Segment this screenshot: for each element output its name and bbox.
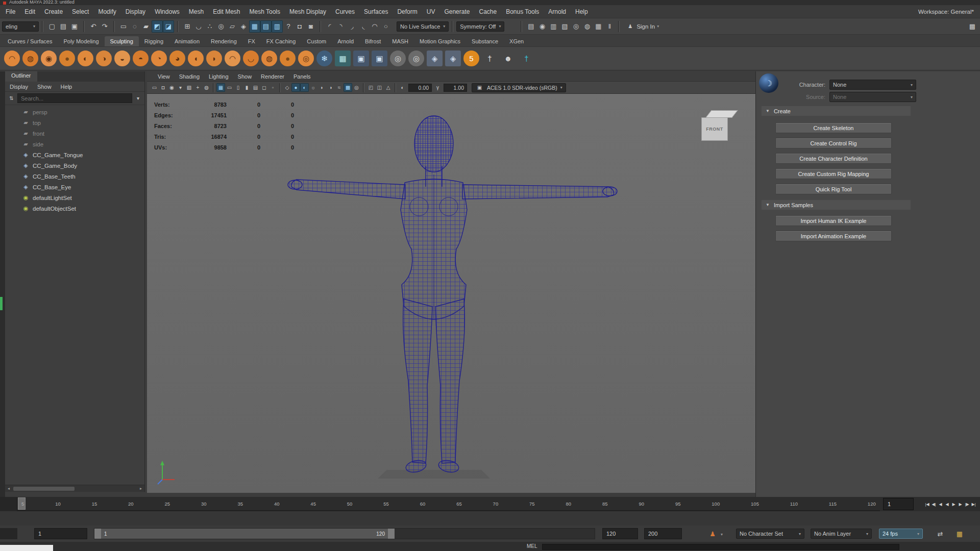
playback-end-field[interactable]: 120 <box>602 528 638 539</box>
outliner-item[interactable]: ◉ defaultLightSet <box>5 192 144 203</box>
gamma-field[interactable]: 1.00 <box>444 84 467 92</box>
character-selector[interactable]: None ▾ <box>829 80 916 90</box>
frame-all-icon[interactable]: ▣ <box>372 51 387 66</box>
humanik-button[interactable]: Create Character Definition <box>775 153 892 164</box>
menu-item[interactable]: Create <box>40 5 67 18</box>
image-plane-icon[interactable]: ▧ <box>185 83 193 92</box>
shelf-tab[interactable]: Motion Graphics <box>414 36 466 46</box>
shelf-tab[interactable]: Custom <box>301 36 332 46</box>
menu-item[interactable]: Windows <box>150 5 184 18</box>
ambient-occlusion-icon[interactable]: ◑ <box>326 83 335 92</box>
foamy-brush-icon[interactable]: ◓ <box>133 51 149 66</box>
range-start-handle[interactable] <box>94 529 101 539</box>
lock-camera-icon[interactable]: ◘ <box>159 83 167 92</box>
shelf-tab[interactable]: Rendering <box>205 36 242 46</box>
import-samples-section-header[interactable]: ▼ Import Samples <box>762 200 911 210</box>
step-back-frame-button[interactable]: ◀ <box>937 499 944 509</box>
render-view-icon[interactable]: ▥ <box>548 20 559 33</box>
viewport-menu-item[interactable]: Panels <box>289 71 315 81</box>
menu-item[interactable]: Generate <box>439 5 474 18</box>
shelf-tab[interactable]: Poly Modeling <box>58 36 104 46</box>
menu-item[interactable]: Arnold <box>544 5 571 18</box>
animation-end-field[interactable]: 200 <box>644 528 682 539</box>
menu-item[interactable]: Help <box>571 5 593 18</box>
gamma-icon[interactable]: γ <box>433 83 442 92</box>
use-all-lights-icon[interactable]: ☼ <box>309 83 317 92</box>
step-forward-frame-button[interactable]: ▶ <box>957 499 964 509</box>
scroll-left-icon[interactable]: ◂ <box>5 486 12 491</box>
humanik-button[interactable]: Create Skeleton <box>775 122 892 133</box>
panel-menu-item[interactable]: Help <box>56 82 77 91</box>
smear-brush-icon[interactable]: ● <box>280 51 296 66</box>
humanik-button[interactable]: Import Animation Example <box>775 231 892 241</box>
camera-attributes-icon[interactable]: ◉ <box>167 83 176 92</box>
knife-brush-icon[interactable]: ◍ <box>261 51 277 66</box>
live-surface-selector[interactable]: No Live Surface ▾ <box>397 21 449 32</box>
menu-item[interactable]: Edit <box>20 5 40 18</box>
outliner-item[interactable]: ◈ CC_Game_Tongue <box>5 149 144 160</box>
textured-icon[interactable]: ◐ <box>300 83 309 92</box>
menu-item[interactable]: Deform <box>393 5 422 18</box>
play-forwards-button[interactable]: ▶ <box>950 499 957 509</box>
workspace-selector[interactable]: eling ▾ <box>2 21 39 32</box>
pan-zoom-icon[interactable]: + <box>193 83 202 92</box>
cyan-t-pose-figure-icon[interactable]: † <box>519 51 534 66</box>
texture-view-icon[interactable]: ▧ <box>559 20 570 33</box>
open-scene-icon[interactable]: ▤ <box>58 20 69 33</box>
spray-brush-icon[interactable]: ◔ <box>151 51 167 66</box>
shelf-tab[interactable]: Substance <box>466 36 504 46</box>
gate-mask-icon[interactable]: ▮ <box>242 83 251 92</box>
search-input[interactable] <box>17 93 132 103</box>
mask-face-icon[interactable]: ☻ <box>500 51 516 66</box>
scrape-brush-icon[interactable]: ◠ <box>225 51 240 66</box>
arc-tool-icon[interactable]: ◠ <box>369 20 380 33</box>
field-chart-icon[interactable]: ▤ <box>251 83 260 92</box>
pencil-curve-icon[interactable]: ◟ <box>358 20 369 33</box>
depth-of-field-icon[interactable]: ◎ <box>352 83 361 92</box>
menu-item[interactable]: Mesh Display <box>285 5 331 18</box>
character-set-icon[interactable]: ♟ <box>706 528 719 539</box>
imprint-brush-icon[interactable]: ◖ <box>188 51 204 66</box>
bulge-brush-icon[interactable]: ◎ <box>298 51 314 66</box>
time-ruler[interactable]: 5101520253035404550556065707580859095100… <box>17 497 880 511</box>
safe-title-icon[interactable]: ▫ <box>268 83 277 92</box>
menu-item[interactable]: File <box>1 5 20 18</box>
shelf-tab[interactable]: Animation <box>169 36 205 46</box>
render-current-frame-icon[interactable]: ◎ <box>570 20 581 33</box>
chevron-down-icon[interactable]: ▾ <box>134 94 142 103</box>
highlight-selection-icon[interactable]: ◙ <box>305 20 316 33</box>
wireframe-icon[interactable]: ◇ <box>283 83 291 92</box>
ep-curve-icon[interactable]: ◞ <box>347 20 358 33</box>
menu-item[interactable]: UV <box>422 5 440 18</box>
anim-layer-selector[interactable]: No Anim Layer ▾ <box>811 529 872 539</box>
panel-menu-item[interactable]: Display <box>5 82 33 91</box>
menu-item[interactable]: Surfaces <box>359 5 393 18</box>
sculpt-sphere-2-icon[interactable]: ◎ <box>408 51 424 66</box>
five-special-brush-icon[interactable]: 5 <box>463 51 479 66</box>
viewport-menu-item[interactable]: Renderer <box>256 71 289 81</box>
hypershade-icon[interactable]: ◉ <box>536 20 548 33</box>
isolate-select-icon[interactable]: ◰ <box>366 83 375 92</box>
pause-viewport-icon[interactable]: ‖ <box>604 20 615 33</box>
grab-brush-icon[interactable]: ◐ <box>78 51 93 66</box>
snap-to-curve-icon[interactable]: ◡ <box>193 20 204 33</box>
colorspace-selector[interactable]: ▣ ACES 1.0 SDR-video (sRGB) ▾ <box>472 83 566 92</box>
sculpt-brush-icon[interactable]: ◍ <box>22 51 38 66</box>
wireframe-character-mesh[interactable] <box>147 94 755 493</box>
fps-selector[interactable]: 24 fps ▾ <box>879 529 923 539</box>
animation-start-field[interactable]: 1 <box>34 528 87 539</box>
current-frame-field[interactable]: 1 <box>883 498 914 510</box>
redo-icon[interactable]: ↷ <box>99 20 110 33</box>
xray-icon[interactable]: ◫ <box>375 83 384 92</box>
shadows-icon[interactable]: ◗ <box>317 83 326 92</box>
make-live-icon[interactable]: ◈ <box>238 20 249 33</box>
exposure-icon[interactable]: ◐ <box>398 83 407 92</box>
step-back-key-button[interactable]: ◀| <box>930 499 937 509</box>
select-camera-icon[interactable]: ▭ <box>150 83 159 92</box>
safe-action-icon[interactable]: ◻ <box>260 83 268 92</box>
shelf-tab[interactable]: Rigging <box>139 36 169 46</box>
time-slider[interactable]: 5101520253035404550556065707580859095100… <box>0 497 980 511</box>
outliner-item[interactable]: ◈ CC_Base_Teeth <box>5 171 144 182</box>
relax-brush-icon[interactable]: ● <box>59 51 75 66</box>
snap-to-point-icon[interactable]: ∴ <box>204 20 215 33</box>
